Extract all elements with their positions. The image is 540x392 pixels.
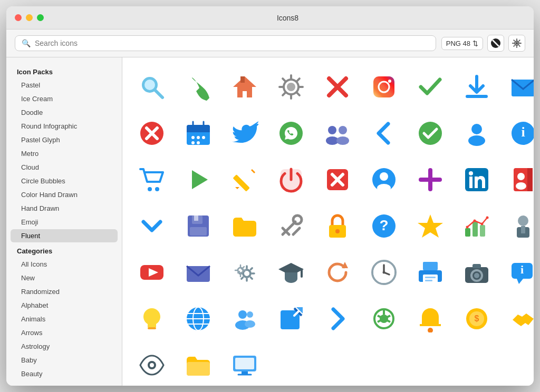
svg-text:?: ?: [379, 217, 388, 233]
icon-info[interactable]: i: [502, 112, 534, 154]
sidebar-item-emoji[interactable]: Emoji: [11, 215, 118, 229]
icon-refresh[interactable]: [316, 251, 359, 293]
svg-rect-64: [527, 168, 533, 191]
categories-section-title: Categories: [6, 243, 122, 257]
sidebar-item-metro[interactable]: Metro: [11, 147, 118, 160]
icon-contacts[interactable]: [502, 159, 534, 201]
icon-share[interactable]: [363, 298, 405, 340]
icon-close-red[interactable]: [316, 159, 359, 201]
icon-youtube[interactable]: [131, 251, 173, 293]
icon-mail[interactable]: [502, 66, 534, 108]
sidebar-item-fluent[interactable]: Fluent: [11, 229, 118, 242]
sidebar-item-pastel[interactable]: Pastel: [11, 79, 118, 92]
sidebar-item-alphabet[interactable]: Alphabet: [11, 299, 118, 312]
sidebar-item-pastel-glyph[interactable]: Pastel Glyph: [11, 133, 118, 146]
minimize-button[interactable]: [26, 14, 33, 21]
icon-phone[interactable]: [177, 66, 219, 108]
icon-tools[interactable]: [270, 205, 312, 247]
icon-bulb[interactable]: [131, 298, 173, 340]
icon-check-circle[interactable]: [409, 112, 451, 154]
icon-instagram[interactable]: [363, 66, 405, 108]
settings-button[interactable]: [508, 35, 525, 52]
sidebar-item-ice-cream[interactable]: Ice Cream: [11, 92, 118, 105]
icon-floppy[interactable]: [177, 205, 219, 247]
icon-chevron-right[interactable]: [316, 298, 359, 340]
icon-email[interactable]: [177, 251, 219, 293]
icon-search[interactable]: [131, 66, 173, 108]
svg-point-62: [469, 171, 473, 175]
sidebar-item-round-infographic[interactable]: Round Infographic: [11, 120, 118, 133]
svg-point-78: [293, 215, 302, 224]
icon-linkedin[interactable]: [456, 159, 498, 201]
sidebar-item-randomized[interactable]: Randomized: [11, 285, 118, 298]
svg-rect-125: [148, 327, 156, 329]
icon-cancel[interactable]: [131, 112, 173, 154]
svg-marker-120: [517, 279, 523, 284]
icon-folder[interactable]: [224, 205, 266, 247]
icon-notification[interactable]: [409, 298, 451, 340]
sidebar-item-new[interactable]: New: [11, 271, 118, 285]
icon-folder2[interactable]: [177, 344, 219, 386]
titlebar: Icons8: [6, 6, 534, 30]
svg-rect-51: [281, 169, 302, 190]
main-content: Icon Packs Pastel Ice Cream Doodle Round…: [6, 57, 534, 386]
icon-eye[interactable]: [131, 344, 173, 386]
icon-calendar[interactable]: [177, 112, 219, 154]
icon-camera[interactable]: [456, 251, 498, 293]
svg-point-28: [191, 136, 195, 139]
icon-help[interactable]: ?: [363, 205, 405, 247]
icon-twitter[interactable]: [224, 112, 266, 154]
search-bar[interactable]: 🔍: [15, 35, 436, 51]
icon-handshake[interactable]: [502, 298, 534, 340]
icon-team[interactable]: [316, 112, 359, 154]
blocked-icon-button[interactable]: [487, 35, 504, 52]
sidebar-item-color-hand-drawn[interactable]: Color Hand Drawn: [11, 188, 118, 201]
icon-account[interactable]: [363, 159, 405, 201]
icon-download[interactable]: [456, 66, 498, 108]
sidebar-item-all-icons[interactable]: All Icons: [11, 258, 118, 271]
icon-clock[interactable]: [363, 251, 405, 293]
icon-monitor[interactable]: [224, 344, 266, 386]
svg-rect-48: [233, 174, 250, 192]
icon-whatsapp[interactable]: [270, 112, 312, 154]
sidebar-item-arrows[interactable]: Arrows: [11, 326, 118, 339]
icon-home[interactable]: [224, 66, 266, 108]
icon-globe[interactable]: [177, 298, 219, 340]
maximize-button[interactable]: [37, 14, 44, 21]
icon-coin[interactable]: $: [456, 298, 498, 340]
icon-checkmark[interactable]: [409, 66, 451, 108]
icon-gear-settings[interactable]: [224, 251, 266, 293]
icon-user[interactable]: [456, 112, 498, 154]
icon-chart[interactable]: [456, 205, 498, 247]
icon-star[interactable]: [409, 205, 451, 247]
icon-team2[interactable]: [224, 298, 266, 340]
icon-plus[interactable]: [409, 159, 451, 201]
sidebar-item-cloud[interactable]: Cloud: [11, 161, 118, 174]
sidebar-item-baby[interactable]: Baby: [11, 354, 118, 367]
svg-rect-61: [469, 177, 472, 188]
icon-businessman[interactable]: [502, 205, 534, 247]
search-input[interactable]: [35, 39, 429, 47]
icon-close[interactable]: [316, 66, 359, 108]
sidebar-item-doodle[interactable]: Doodle: [11, 106, 118, 119]
icon-chevron-down[interactable]: [131, 205, 173, 247]
svg-rect-76: [190, 227, 207, 236]
icon-info-bubble[interactable]: i: [502, 251, 534, 293]
icon-printer[interactable]: [409, 251, 451, 293]
sidebar-item-animals[interactable]: Animals: [11, 312, 118, 326]
icon-power[interactable]: [270, 159, 312, 201]
icon-padlock[interactable]: [316, 205, 359, 247]
png-format-selector[interactable]: PNG 48 ⇅: [441, 37, 483, 50]
icon-settings[interactable]: [270, 66, 312, 108]
icon-export[interactable]: [270, 298, 312, 340]
icon-pencil[interactable]: [224, 159, 266, 201]
sidebar-item-circle-bubbles[interactable]: Circle Bubbles: [11, 174, 118, 188]
icon-back[interactable]: [363, 112, 405, 154]
icon-graduation[interactable]: [270, 251, 312, 293]
sidebar-item-astrology[interactable]: Astrology: [11, 340, 118, 353]
icon-play[interactable]: [177, 159, 219, 201]
sidebar-item-hand-drawn[interactable]: Hand Drawn: [11, 202, 118, 215]
sidebar-item-beauty[interactable]: Beauty: [11, 367, 118, 380]
close-button[interactable]: [15, 14, 22, 21]
icon-cart[interactable]: [131, 159, 173, 201]
